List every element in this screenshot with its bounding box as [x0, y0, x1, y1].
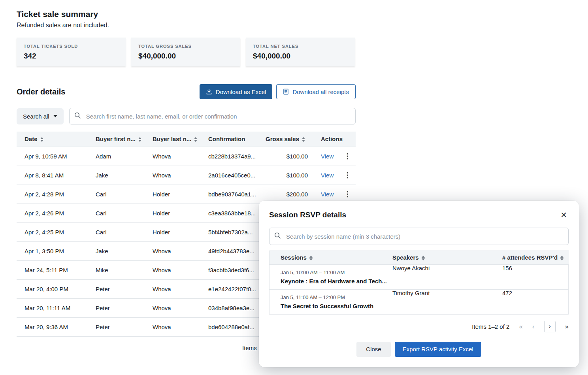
column-header-date[interactable]: Date — [17, 132, 88, 147]
table-row: Apr 8, 8:41 AM Jake Whova 2a016ce405ce0.… — [17, 166, 356, 185]
cell-confirmation: 034b8af98ea3e... — [200, 298, 266, 317]
session-speaker: Nwoye Akachi — [392, 264, 502, 289]
stats-row: TOTAL TICKETS SOLD 342 TOTAL GROSS SALES… — [17, 38, 356, 66]
cell-date: Apr 2, 4:26 PM — [17, 204, 88, 222]
stat-card-gross-sales: TOTAL GROSS SALES $40,000.00 — [131, 38, 240, 66]
cell-date: Apr 2, 4:28 PM — [17, 185, 88, 204]
session-rsvp-modal: Session RSVP details ✕ Sessions Speakers… — [259, 201, 579, 367]
cell-confirmation: f3acbfb3ded3f6... — [200, 260, 266, 279]
cell-date: Apr 2, 4:25 PM — [17, 222, 88, 241]
cell-confirmation: 5bf4bfeb7302a... — [200, 222, 266, 241]
cell-gross: $100.00 — [266, 147, 315, 166]
column-header-sessions[interactable]: Sessions — [270, 251, 392, 264]
table-row: Apr 9, 10:59 AM Adam Whova cb228b13374a9… — [17, 147, 356, 166]
sort-icon — [560, 256, 564, 260]
session-speaker: Timothy Grant — [392, 289, 502, 314]
cell-last: Holder — [145, 185, 200, 204]
modal-header: Session RSVP details ✕ — [269, 210, 569, 220]
page-title: Ticket sale summary — [17, 9, 356, 19]
next-page-icon[interactable]: › — [544, 321, 556, 332]
export-rsvp-excel-button[interactable]: Export RSVP activity Excel — [395, 342, 481, 357]
search-filter-dropdown[interactable]: Search all — [17, 108, 64, 124]
cell-last: Holder — [145, 204, 200, 222]
download-receipts-button[interactable]: Download all receipts — [276, 84, 356, 99]
sort-icon — [309, 256, 313, 260]
view-link[interactable]: View — [321, 191, 334, 198]
cell-confirmation: bde604288e0af... — [200, 317, 266, 336]
cell-first: Carl — [88, 204, 145, 222]
cell-first: Mike — [88, 260, 145, 279]
close-icon[interactable]: ✕ — [559, 210, 569, 220]
download-receipts-label: Download all receipts — [292, 89, 349, 95]
app-root: Ticket sale summary Refunded sales are n… — [0, 0, 588, 375]
column-header-buyer-first[interactable]: Buyer first n... — [88, 132, 145, 147]
modal-title: Session RSVP details — [269, 211, 346, 219]
sort-icon — [138, 137, 141, 142]
session-attendees: 472 — [502, 289, 569, 314]
cell-first: Peter — [88, 279, 145, 298]
column-header-buyer-last[interactable]: Buyer last n... — [145, 132, 200, 147]
view-link[interactable]: View — [321, 153, 334, 160]
cell-last: Whova — [145, 147, 200, 166]
sort-icon — [422, 256, 425, 260]
cell-date: Mar 20, 11:11 AM — [17, 298, 88, 317]
session-search-input[interactable] — [269, 228, 569, 245]
download-excel-button[interactable]: Download as Excel — [200, 84, 273, 99]
search-filter-label: Search all — [23, 113, 49, 120]
search-row: Search all — [17, 108, 356, 124]
session-time: Jan 5, 10:00 AM – 11:00 AM — [281, 269, 388, 275]
session-attendees: 156 — [502, 264, 569, 289]
cell-confirmation: 49fd2b443783e... — [200, 241, 266, 260]
session-name: Keynote : Era of Hardware and Tech... — [281, 278, 388, 285]
page-subtitle: Refunded sales are not included. — [17, 22, 356, 29]
cell-date: Apr 9, 10:59 AM — [17, 147, 88, 166]
column-header-speakers[interactable]: Speakers — [392, 251, 502, 264]
column-header-attendees[interactable]: # attendees RSVP'd — [502, 251, 569, 264]
kebab-menu-icon[interactable]: ⋮ — [344, 171, 351, 179]
session-name: The Secret to Successful Growth — [281, 303, 388, 309]
orders-header-row: Date Buyer first n... Buyer last n... Co… — [17, 132, 356, 147]
view-link[interactable]: View — [321, 172, 334, 179]
order-details-header: Order details Download as Excel Download… — [17, 84, 356, 99]
cell-date: Mar 20, 4:00 PM — [17, 279, 88, 298]
sessions-header-row: Sessions Speakers # attendees RSVP'd — [270, 251, 569, 264]
cell-first: Carl — [88, 222, 145, 241]
kebab-menu-icon[interactable]: ⋮ — [344, 190, 351, 198]
kebab-menu-icon[interactable]: ⋮ — [344, 153, 351, 160]
stat-value: $40,000.00 — [138, 52, 233, 60]
modal-footer: Close Export RSVP activity Excel — [269, 342, 569, 357]
last-page-icon[interactable]: » — [565, 323, 569, 330]
stat-value: 342 — [24, 52, 119, 60]
sort-icon — [194, 137, 197, 142]
prev-page-icon[interactable]: ‹ — [532, 323, 535, 330]
receipt-icon — [283, 89, 289, 95]
cell-last: Holder — [145, 222, 200, 241]
column-header-gross-sales[interactable]: Gross sales — [266, 132, 315, 147]
cell-confirmation: cb228b13374a9... — [200, 147, 266, 166]
sort-icon — [40, 137, 43, 142]
cell-last: Whova — [145, 317, 200, 336]
order-search-box — [69, 108, 356, 124]
sort-icon — [302, 137, 305, 142]
cell-confirmation: bdbe9037640a1... — [200, 185, 266, 204]
cell-last: Whova — [145, 241, 200, 260]
stat-card-tickets-sold: TOTAL TICKETS SOLD 342 — [17, 38, 126, 66]
download-excel-label: Download as Excel — [216, 89, 266, 95]
cell-date: Mar 24, 5:11 PM — [17, 260, 88, 279]
cell-gross: $100.00 — [266, 166, 315, 185]
close-button[interactable]: Close — [356, 342, 390, 357]
cell-first: Jake — [88, 241, 145, 260]
session-time: Jan 5, 11:00 AM – 12:00 PM — [281, 294, 388, 300]
modal-pagination: Items 1–2 of 2 « ‹ › » — [269, 321, 569, 332]
order-search-input[interactable] — [69, 108, 356, 124]
cell-date: Mar 20, 9:36 AM — [17, 317, 88, 336]
sessions-table-wrap: Sessions Speakers # attendees RSVP'd Jan… — [269, 251, 569, 315]
order-details-title: Order details — [17, 87, 65, 96]
column-header-confirmation: Confirmation — [200, 132, 266, 147]
cell-confirmation: c3ea3863bbe18... — [200, 204, 266, 222]
cell-first: Jake — [88, 166, 145, 185]
download-icon — [206, 89, 212, 95]
cell-first: Peter — [88, 298, 145, 317]
first-page-icon[interactable]: « — [519, 323, 522, 330]
stat-card-net-sales: TOTAL NET SALES $40,000.00 — [246, 38, 355, 66]
